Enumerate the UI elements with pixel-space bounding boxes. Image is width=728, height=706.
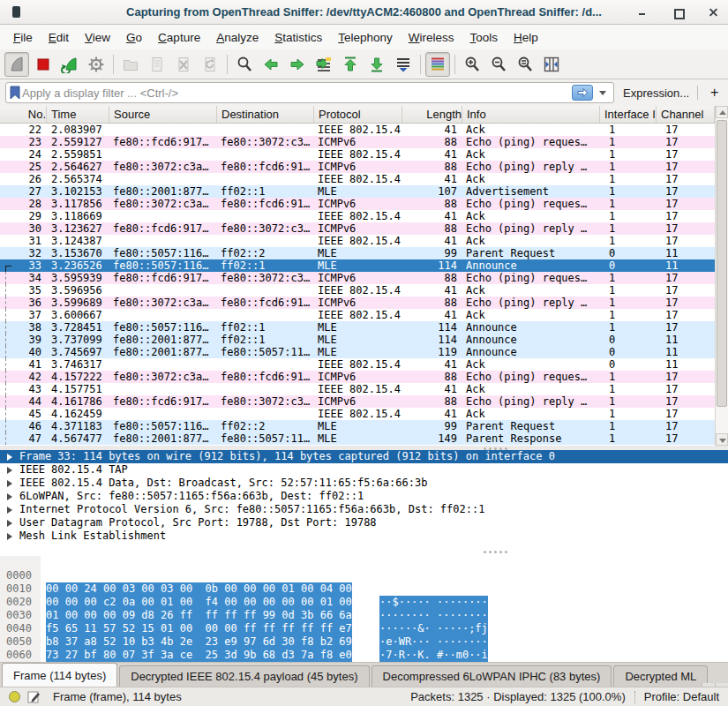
go-first-button[interactable] bbox=[338, 52, 363, 77]
zoom-in-button[interactable] bbox=[460, 52, 484, 77]
detail-line[interactable]: IEEE 802.15.4 TAP bbox=[0, 463, 728, 477]
add-filter-button[interactable]: + bbox=[706, 85, 723, 101]
colorize-button[interactable] bbox=[425, 52, 450, 77]
table-row[interactable]: 29 3.118669 IEEE 802.15.4 41 Ack 1 17 bbox=[0, 210, 715, 222]
filter-history-dropdown[interactable] bbox=[599, 91, 606, 95]
column-header[interactable]: Destination bbox=[217, 106, 314, 123]
table-row[interactable]: 35 3.596956 IEEE 802.15.4 41 Ack 1 17 bbox=[0, 284, 715, 297]
menu-item[interactable]: Analyze bbox=[208, 27, 266, 48]
column-header[interactable]: Protocol bbox=[314, 106, 402, 123]
detail-line[interactable]: Mesh Link Establishment bbox=[0, 530, 728, 543]
capture-comment-icon[interactable] bbox=[27, 690, 41, 703]
scrollbar-thumb[interactable] bbox=[717, 120, 727, 407]
packet-list-scrollbar[interactable] bbox=[715, 106, 728, 446]
column-header[interactable]: Interface ID bbox=[600, 106, 657, 123]
table-row[interactable]: 41 3.746317 IEEE 802.15.4 41 Ack 0 11 bbox=[0, 358, 715, 371]
expander-icon[interactable] bbox=[7, 454, 12, 461]
table-row[interactable]: 46 4.371183 fe80::5057:116… ff02::2 MLE … bbox=[0, 420, 715, 432]
table-row[interactable]: 45 4.162459 IEEE 802.15.4 41 Ack 1 17 bbox=[0, 408, 715, 420]
column-header[interactable]: Time bbox=[47, 106, 109, 123]
find-packet-button[interactable] bbox=[232, 52, 257, 77]
detail-line[interactable]: Internet Protocol Version 6, Src: fe80::… bbox=[0, 503, 728, 516]
table-row[interactable]: 26 2.565374 IEEE 802.15.4 41 Ack 1 17 bbox=[0, 173, 715, 185]
scroll-down-icon[interactable] bbox=[716, 433, 728, 446]
column-header[interactable]: Length bbox=[402, 106, 462, 123]
scroll-up-icon[interactable] bbox=[716, 106, 728, 118]
expander-icon[interactable] bbox=[7, 507, 12, 514]
hex-line[interactable]: 0000 00 00 24 00 03 00 03 00 0b 00 00 00… bbox=[0, 556, 728, 569]
table-row[interactable]: 47 4.567477 fe80::2001:877… fe80::5057:1… bbox=[0, 432, 715, 445]
table-row[interactable]: 40 3.745697 fe80::2001:877… fe80::5057:1… bbox=[0, 346, 715, 358]
table-row[interactable]: 31 3.124387 IEEE 802.15.4 41 Ack 1 17 bbox=[0, 235, 715, 247]
byte-view-tab[interactable]: Decompressed 6LoWPAN IPHC (83 bytes) bbox=[372, 665, 612, 687]
table-row[interactable]: 36 3.599689 fe80::3072:c3a… fe80::fcd6:9… bbox=[0, 297, 715, 309]
table-row[interactable]: 33 3.236526 fe80::5057:116… ff02::1 MLE … bbox=[0, 259, 715, 272]
table-row[interactable]: 24 2.559851 IEEE 802.15.4 41 Ack 1 17 bbox=[0, 148, 715, 161]
detail-line[interactable]: 6LoWPAN, Src: fe80::5057:1165:f56a:663b,… bbox=[0, 490, 728, 503]
hex-line[interactable]: 0020 01 00 00 00 09 d8 26 ff ff ff ff 99… bbox=[0, 582, 728, 596]
detail-line[interactable]: User Datagram Protocol, Src Port: 19788,… bbox=[0, 516, 728, 530]
go-forward-button[interactable] bbox=[285, 52, 310, 77]
detail-line[interactable]: Frame 33: 114 bytes on wire (912 bits), … bbox=[0, 450, 728, 463]
expander-icon[interactable] bbox=[7, 467, 12, 474]
menu-item[interactable]: Telephony bbox=[330, 27, 401, 48]
menu-item[interactable]: Help bbox=[506, 27, 546, 48]
hex-line[interactable]: 0040 b8 37 a8 52 10 b3 4b 2e 23 e9 97 6d… bbox=[0, 609, 728, 622]
expander-icon[interactable] bbox=[7, 480, 12, 487]
save-file-button[interactable] bbox=[145, 52, 169, 77]
display-filter-input[interactable] bbox=[22, 86, 572, 100]
hex-line[interactable]: 0010 00 00 00 c2 0a 00 01 00 f4 00 00 00… bbox=[0, 569, 728, 582]
table-row[interactable]: 44 4.161786 fe80::fcd6:917… fe80::3072:c… bbox=[0, 395, 715, 408]
table-row[interactable]: 39 3.737099 fe80::2001:877… ff02::1 MLE … bbox=[0, 334, 715, 346]
table-row[interactable]: 32 3.153670 fe80::5057:116… ff02::2 MLE … bbox=[0, 247, 715, 259]
start-capture-button[interactable] bbox=[4, 52, 29, 77]
table-row[interactable]: 28 3.117856 fe80::3072:c3a… fe80::fcd6:9… bbox=[0, 198, 715, 210]
table-row[interactable]: 30 3.123627 fe80::fcd6:917… fe80::3072:c… bbox=[0, 222, 715, 235]
expander-icon[interactable] bbox=[7, 520, 12, 527]
menu-item[interactable]: Statistics bbox=[266, 27, 330, 48]
table-row[interactable]: 43 4.157751 IEEE 802.15.4 41 Ack 1 17 bbox=[0, 383, 715, 395]
hex-line[interactable]: 0030 f5 65 11 57 52 15 01 00 00 00 ff ff… bbox=[0, 596, 728, 609]
byte-view-tab[interactable]: Decrypted IEEE 802.15.4 payload (45 byte… bbox=[119, 665, 369, 687]
hex-line[interactable]: 0050 73 27 bf 80 07 3f 3a ce 25 3d 9b 68… bbox=[0, 622, 728, 635]
table-row[interactable]: 23 2.559127 fe80::fcd6:917… fe80::3072:c… bbox=[0, 136, 715, 148]
menu-item[interactable]: Tools bbox=[462, 27, 507, 48]
hex-line[interactable]: 0060 78 f2 c8 7e 98 0f b7 72 07 f0 17 62… bbox=[0, 635, 728, 649]
reload-button[interactable] bbox=[198, 52, 222, 77]
expert-info-icon[interactable] bbox=[9, 691, 20, 702]
auto-scroll-button[interactable] bbox=[391, 52, 416, 77]
menu-item[interactable]: Go bbox=[118, 27, 150, 48]
status-profile[interactable]: Profile: Default bbox=[644, 690, 719, 703]
expander-icon[interactable] bbox=[7, 493, 12, 500]
apply-filter-button[interactable] bbox=[572, 85, 593, 101]
table-row[interactable]: 22 2.083907 IEEE 802.15.4 41 Ack 1 17 bbox=[0, 124, 715, 136]
column-header[interactable]: Channel bbox=[657, 106, 715, 123]
hex-line[interactable]: 0070 20 a7 · bbox=[0, 649, 728, 662]
byte-view-tab[interactable]: Frame (114 bytes) bbox=[2, 663, 117, 687]
table-row[interactable]: 25 2.564627 fe80::3072:c3a… fe80::fcd6:9… bbox=[0, 161, 715, 173]
go-back-button[interactable] bbox=[259, 52, 283, 77]
close-button[interactable] bbox=[707, 6, 719, 19]
stop-capture-button[interactable] bbox=[31, 52, 56, 77]
resize-columns-button[interactable] bbox=[539, 52, 564, 77]
table-row[interactable]: 38 3.728451 fe80::5057:116… ff02::1 MLE … bbox=[0, 321, 715, 334]
menu-item[interactable]: File bbox=[5, 27, 41, 48]
expression-button[interactable]: Expression... bbox=[623, 86, 689, 100]
column-header[interactable]: Source bbox=[109, 106, 217, 123]
display-filter-box[interactable] bbox=[5, 82, 614, 103]
pane-splitter-bottom[interactable] bbox=[0, 549, 728, 556]
column-header[interactable]: Info bbox=[462, 106, 600, 123]
table-row[interactable]: 37 3.600667 IEEE 802.15.4 41 Ack 1 17 bbox=[0, 309, 715, 321]
zoom-reset-button[interactable] bbox=[513, 52, 537, 77]
go-to-packet-button[interactable] bbox=[311, 52, 336, 77]
open-file-button[interactable] bbox=[118, 52, 143, 77]
minimize-button[interactable] bbox=[636, 6, 649, 19]
maximize-button[interactable] bbox=[672, 6, 684, 19]
table-row[interactable]: 27 3.102153 fe80::2001:877… ff02::1 MLE … bbox=[0, 185, 715, 198]
restart-capture-button[interactable] bbox=[57, 52, 82, 77]
byte-view-tab[interactable]: Decrypted ML bbox=[613, 665, 708, 687]
close-file-button[interactable] bbox=[171, 52, 196, 77]
zoom-out-button[interactable] bbox=[486, 52, 511, 77]
expander-icon[interactable] bbox=[7, 533, 12, 540]
column-header[interactable]: No. bbox=[0, 106, 47, 123]
